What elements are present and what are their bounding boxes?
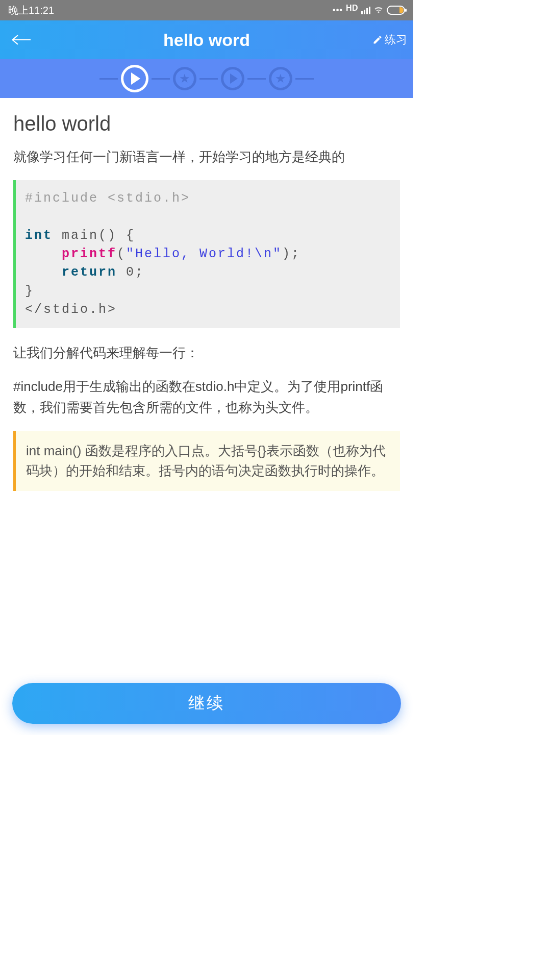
code-keyword: int <box>25 228 53 243</box>
app-header: hello word 练习 <box>0 20 413 59</box>
note-text: int main() 函数是程序的入口点。大括号{}表示函数（也称为代码块）的开… <box>26 443 386 478</box>
code-keyword: return <box>62 265 117 280</box>
code-block: #include <stdio.h> int main() { printf("… <box>13 180 400 328</box>
wifi-icon <box>373 6 384 15</box>
star-icon: ★ <box>275 72 286 85</box>
code-indent <box>25 265 62 280</box>
code-line: #include <stdio.h> <box>25 191 190 206</box>
page-title: hello word <box>163 30 250 50</box>
practice-label: 练习 <box>385 32 407 47</box>
code-text: 0; <box>117 265 144 280</box>
practice-button[interactable]: 练习 <box>372 20 407 59</box>
code-function: printf <box>62 247 117 261</box>
play-icon <box>131 72 140 85</box>
progress-segment <box>152 78 170 80</box>
code-text: } <box>25 284 34 299</box>
note-block: int main() 函数是程序的入口点。大括号{}表示函数（也称为代码块）的开… <box>13 431 400 491</box>
pencil-icon <box>372 35 383 45</box>
intro-paragraph: 就像学习任何一门新语言一样，开始学习的地方是经典的 <box>13 146 400 167</box>
progress-segment <box>99 78 118 80</box>
signal-dots-icon: ••• <box>333 6 343 14</box>
code-text: ( <box>117 247 126 261</box>
hd-label: HD <box>346 4 358 12</box>
code-text: main() { <box>53 228 135 243</box>
paragraph: 让我们分解代码来理解每一行： <box>13 342 400 363</box>
play-icon <box>230 74 238 84</box>
cell-signal-icon <box>361 7 370 14</box>
continue-button[interactable]: 继续 <box>12 683 401 724</box>
status-bar: 晚上11:21 ••• HD <box>0 0 413 20</box>
lesson-heading: hello world <box>13 112 400 135</box>
lesson-progress: ★ ★ <box>0 59 413 98</box>
battery-icon <box>387 6 405 15</box>
progress-node-3[interactable] <box>221 67 244 90</box>
status-right: ••• HD <box>333 6 405 15</box>
lesson-content[interactable]: hello world 就像学习任何一门新语言一样，开始学习的地方是经典的 #i… <box>0 98 413 491</box>
progress-segment <box>199 78 218 80</box>
code-string: "Hello, World!\n" <box>126 247 282 261</box>
progress-segment <box>295 78 314 80</box>
continue-label: 继续 <box>188 692 225 715</box>
star-icon: ★ <box>179 72 190 85</box>
code-indent <box>25 247 62 261</box>
code-text: </stdio.h> <box>25 302 117 317</box>
status-time: 晚上11:21 <box>8 4 54 17</box>
progress-node-1[interactable] <box>121 65 148 92</box>
arrow-left-icon <box>11 33 31 47</box>
progress-node-2[interactable]: ★ <box>173 67 196 90</box>
paragraph: #include用于生成输出的函数在stdio.h中定义。为了使用printf函… <box>13 376 400 418</box>
progress-node-4[interactable]: ★ <box>269 67 292 90</box>
progress-segment <box>247 78 266 80</box>
code-text: ); <box>282 247 300 261</box>
back-button[interactable] <box>8 20 34 59</box>
